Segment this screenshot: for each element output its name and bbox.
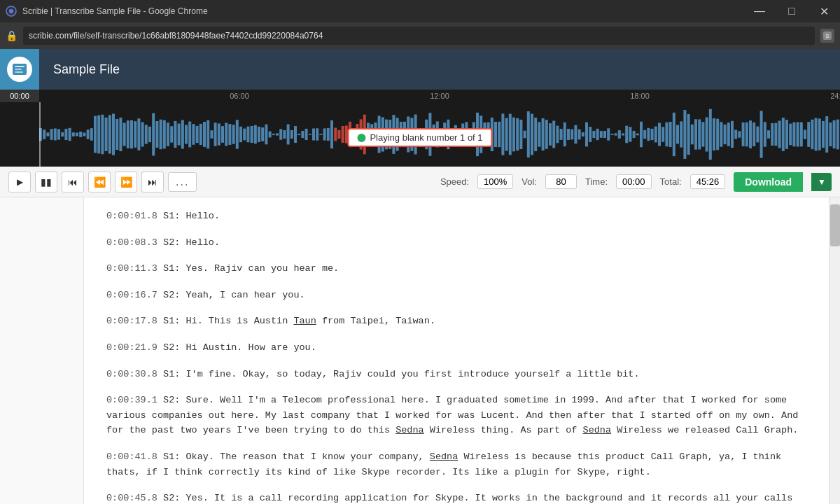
ruler-mark-3: 24:00: [830, 92, 840, 100]
svg-rect-159: [589, 127, 592, 142]
total-value: 45:26: [690, 174, 726, 189]
svg-rect-11: [50, 129, 53, 140]
svg-rect-194: [716, 119, 719, 150]
svg-rect-214: [789, 124, 792, 146]
svg-rect-212: [782, 118, 785, 151]
svg-rect-87: [327, 128, 330, 141]
svg-rect-65: [246, 127, 249, 143]
svg-rect-20: [83, 133, 85, 136]
window-title: Scribie | Transcribe Sample File - Googl…: [22, 6, 208, 16]
svg-rect-44: [170, 126, 173, 142]
download-arrow-button[interactable]: ▼: [811, 173, 832, 191]
svg-rect-66: [251, 126, 253, 143]
svg-rect-188: [694, 119, 697, 149]
close-button[interactable]: ✕: [808, 0, 840, 22]
download-button[interactable]: Download: [734, 172, 803, 192]
svg-rect-74: [279, 129, 282, 139]
extension-icon[interactable]: S: [820, 29, 834, 43]
svg-rect-63: [239, 127, 242, 142]
svg-rect-35: [137, 118, 140, 150]
svg-rect-184: [680, 121, 682, 147]
svg-rect-199: [734, 130, 737, 139]
transcript-area[interactable]: 0:00:01.8 S1: Hello.0:00:08.3 S2: Hello.…: [84, 197, 829, 504]
svg-rect-204: [752, 122, 755, 146]
svg-rect-187: [691, 125, 694, 145]
skip-to-start-button[interactable]: ⏮: [62, 172, 84, 192]
svg-rect-86: [323, 128, 326, 140]
svg-rect-143: [531, 114, 533, 155]
svg-rect-75: [283, 130, 286, 139]
svg-rect-207: [764, 122, 766, 146]
svg-rect-73: [276, 133, 279, 135]
vol-value: 80: [545, 174, 577, 189]
svg-rect-72: [272, 134, 275, 135]
skip-to-end-button[interactable]: ⏭: [141, 172, 164, 192]
svg-rect-197: [727, 122, 730, 146]
svg-rect-218: [804, 130, 806, 139]
svg-rect-88: [330, 120, 333, 148]
logo-area: [0, 49, 39, 90]
svg-rect-80: [301, 131, 304, 138]
more-options-button[interactable]: ...: [168, 172, 197, 192]
svg-rect-82: [309, 134, 312, 134]
svg-rect-83: [312, 129, 315, 141]
svg-rect-79: [298, 134, 300, 135]
timestamp-5: 0:00:21.9: [106, 342, 158, 353]
svg-rect-166: [615, 133, 617, 135]
svg-rect-167: [618, 130, 621, 139]
scrollbar-right[interactable]: [829, 197, 840, 504]
svg-rect-200: [738, 131, 741, 137]
total-label: Total:: [660, 176, 682, 187]
svg-rect-175: [647, 128, 650, 141]
pause-button[interactable]: ▮▮: [35, 172, 57, 192]
rewind-button[interactable]: ⏪: [88, 172, 111, 192]
svg-rect-46: [178, 123, 181, 145]
svg-rect-78: [294, 126, 297, 143]
minimize-button[interactable]: —: [743, 0, 776, 22]
svg-rect-168: [622, 133, 624, 135]
svg-rect-149: [552, 121, 555, 148]
fast-forward-button[interactable]: ⏩: [115, 172, 137, 192]
svg-rect-17: [72, 132, 75, 136]
maximize-button[interactable]: □: [776, 0, 808, 22]
timestamp-7: 0:00:39.1: [106, 395, 158, 405]
play-button[interactable]: ▶: [8, 172, 31, 192]
transcript-block-1: 0:00:08.3 S2: Hello.: [106, 235, 806, 251]
svg-rect-51: [196, 126, 199, 143]
svg-rect-41: [160, 120, 162, 149]
svg-rect-49: [188, 122, 191, 148]
svg-rect-50: [192, 124, 195, 145]
svg-rect-61: [232, 125, 235, 144]
svg-rect-154: [570, 130, 573, 140]
svg-rect-133: [494, 122, 497, 147]
svg-rect-13: [57, 129, 60, 139]
transcript-text-8: Okay. The reason that I know your compan…: [106, 451, 781, 477]
svg-rect-209: [771, 123, 774, 146]
svg-rect-57: [218, 123, 220, 145]
svg-rect-135: [501, 113, 504, 155]
svg-rect-195: [720, 122, 722, 147]
svg-rect-8: [39, 128, 42, 141]
svg-rect-201: [742, 122, 745, 146]
svg-rect-202: [746, 122, 748, 147]
waveform-container[interactable]: 00:00 06:0012:0018:0024:00 Playing blank…: [0, 90, 840, 167]
scrollbar-thumb[interactable]: [830, 204, 840, 246]
url-input[interactable]: [23, 27, 815, 45]
svg-rect-217: [800, 122, 803, 147]
svg-rect-134: [498, 122, 500, 147]
svg-rect-38: [148, 127, 151, 142]
timestamp-0: 0:00:01.8: [106, 211, 158, 221]
timestamp-8: 0:00:41.8: [106, 451, 158, 462]
transcript-text-1: Hello.: [186, 237, 220, 248]
svg-point-1: [9, 9, 13, 13]
transcript-text-6: I'm fine. Okay, so today, Rajiv could yo…: [186, 369, 639, 379]
svg-rect-189: [698, 120, 701, 150]
svg-rect-144: [534, 118, 537, 151]
speaker-1: S2:: [163, 237, 180, 248]
svg-rect-56: [214, 122, 217, 146]
svg-rect-153: [567, 129, 570, 140]
speaker-8: S1:: [163, 451, 180, 462]
svg-rect-145: [538, 122, 540, 146]
svg-rect-85: [319, 134, 322, 135]
svg-rect-222: [818, 118, 821, 150]
